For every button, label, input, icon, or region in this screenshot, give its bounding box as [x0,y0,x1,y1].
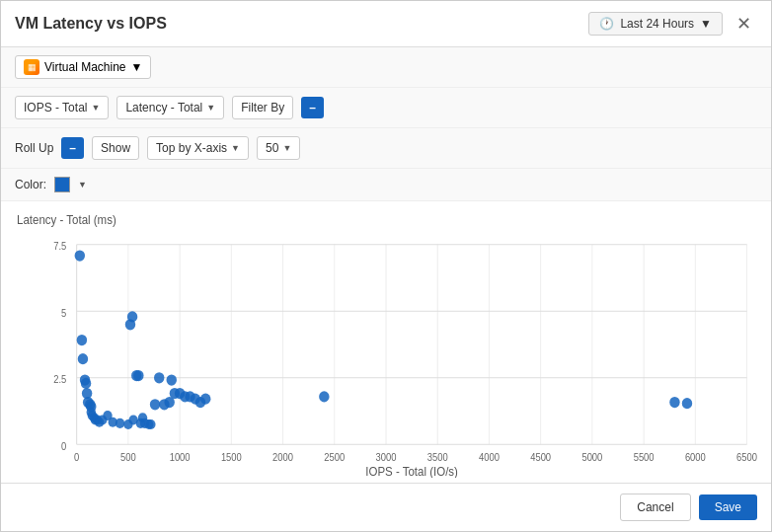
svg-point-80 [319,391,329,402]
svg-text:2500: 2500 [324,452,345,463]
color-label: Color: [15,178,46,191]
close-button[interactable]: ✕ [731,11,757,37]
svg-text:6000: 6000 [685,452,706,463]
svg-point-42 [81,378,91,389]
svg-point-82 [682,398,692,409]
svg-point-38 [75,250,85,261]
svg-point-67 [146,419,155,429]
svg-text:3000: 3000 [376,452,397,463]
latency-total-label: Latency - Total [125,101,202,114]
svg-point-59 [127,311,137,322]
modal-body: ▦ Virtual Machine ▼ IOPS - Total ▼ Laten… [1,47,771,483]
svg-text:IOPS - Total (IO/s): IOPS - Total (IO/s) [365,464,458,478]
svg-text:Latency - Total (ms): Latency - Total (ms) [17,213,116,228]
toolbar-row3: Roll Up – Show Top by X-axis ▼ 50 ▼ [1,128,771,169]
virtual-machine-dropdown[interactable]: ▦ Virtual Machine ▼ [15,55,151,79]
svg-point-79 [200,394,210,405]
header-right: 🕐 Last 24 Hours ▼ ✕ [588,11,757,37]
svg-text:4500: 4500 [530,452,551,463]
modal-header: VM Latency vs IOPS 🕐 Last 24 Hours ▼ ✕ [1,1,771,47]
rollup-label: Roll Up [15,141,53,155]
chevron-down-icon: ▼ [282,143,291,153]
svg-text:5: 5 [61,308,67,319]
scatter-chart: Latency - Total (ms) [15,211,757,478]
chevron-down-icon: ▼ [700,17,712,31]
iops-total-label: IOPS - Total [24,101,87,114]
filter-remove-button[interactable]: – [301,97,324,118]
chevron-down-icon: ▼ [231,143,240,153]
clock-icon: 🕐 [599,17,614,31]
time-range-button[interactable]: 🕐 Last 24 Hours ▼ [588,12,723,36]
modal-footer: Cancel Save [1,483,771,531]
svg-text:6500: 6500 [736,452,757,463]
toolbar-row2: IOPS - Total ▼ Latency - Total ▼ Filter … [1,88,771,128]
svg-point-72 [167,374,177,385]
svg-point-40 [78,353,88,364]
svg-text:1000: 1000 [170,452,191,463]
modal-container: VM Latency vs IOPS 🕐 Last 24 Hours ▼ ✕ ▦… [0,0,772,532]
toolbar-row4: Color: ▼ [1,169,771,201]
top-by-xaxis-label: Top by X-axis [156,141,227,155]
cancel-button[interactable]: Cancel [620,494,690,521]
svg-text:7.5: 7.5 [53,241,67,252]
svg-text:5500: 5500 [634,452,655,463]
rollup-remove-button[interactable]: – [61,137,84,159]
iops-total-dropdown[interactable]: IOPS - Total ▼ [15,96,109,119]
filter-by-dropdown[interactable]: Filter By [232,96,293,119]
svg-point-56 [116,418,124,428]
vm-icon: ▦ [24,59,39,75]
chevron-down-icon: ▼ [206,103,215,113]
svg-text:5000: 5000 [581,452,602,463]
svg-text:500: 500 [120,452,136,463]
top-by-xaxis-dropdown[interactable]: Top by X-axis ▼ [147,136,249,160]
svg-text:0: 0 [61,441,67,452]
svg-point-69 [154,372,164,383]
chevron-down-icon[interactable]: ▼ [78,180,87,190]
svg-point-81 [669,397,679,408]
chevron-down-icon: ▼ [131,60,143,74]
latency-total-dropdown[interactable]: Latency - Total ▼ [116,96,224,119]
save-button[interactable]: Save [699,494,757,520]
svg-text:2000: 2000 [272,452,293,463]
svg-text:4000: 4000 [479,452,500,463]
vm-label: Virtual Machine [44,60,126,74]
show-label-btn: Show [92,136,139,160]
count-label: 50 [266,141,278,155]
svg-text:1500: 1500 [221,452,242,463]
chart-area: Latency - Total (ms) [1,201,771,483]
svg-point-39 [77,335,87,345]
time-range-label: Last 24 Hours [620,17,694,31]
toolbar-row1: ▦ Virtual Machine ▼ [1,47,771,88]
show-label: Show [101,141,130,155]
count-dropdown[interactable]: 50 ▼ [257,136,300,160]
color-swatch[interactable] [54,177,70,192]
svg-text:0: 0 [74,452,80,463]
svg-point-68 [150,399,160,410]
modal-title: VM Latency vs IOPS [15,15,167,33]
filter-by-label: Filter By [241,101,284,114]
svg-text:2.5: 2.5 [53,374,67,385]
svg-point-62 [133,370,143,381]
svg-text:3500: 3500 [427,452,448,463]
chevron-down-icon: ▼ [91,103,100,113]
